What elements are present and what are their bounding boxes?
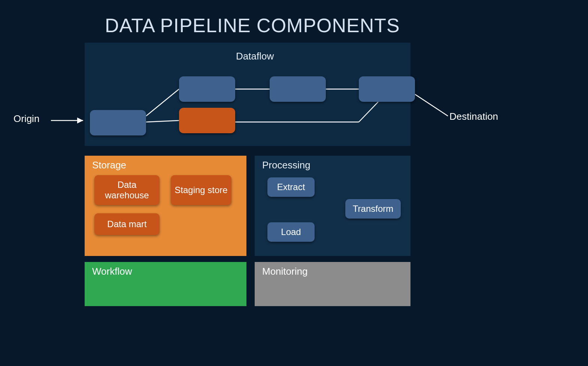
dataflow-node-n1 [90, 110, 146, 135]
processing-item-extract: Extract [267, 177, 315, 197]
processing-item-load: Load [267, 222, 315, 242]
monitoring-label: Monitoring [262, 266, 307, 277]
diagram-title: DATA PIPELINE COMPONENTS [105, 14, 400, 37]
workflow-label: Workflow [92, 266, 132, 277]
origin-label: Origin [13, 113, 39, 125]
storage-item-data-mart: Data mart [94, 213, 160, 235]
arrowhead-icon [77, 118, 83, 123]
storage-item-data-warehouse: Data warehouse [94, 175, 160, 205]
dataflow-node-n4 [270, 76, 326, 102]
processing-item-transform: Transform [345, 199, 401, 219]
dataflow-node-n2 [179, 76, 235, 102]
edge-n5-destination [415, 94, 448, 116]
dataflow-label: Dataflow [236, 51, 274, 62]
dataflow-node-n3 [179, 108, 235, 133]
destination-label: Destination [449, 111, 498, 122]
diagram-canvas: DATA PIPELINE COMPONENTS Dataflow Origin… [0, 0, 588, 366]
storage-item-staging-store: Staging store [171, 175, 231, 205]
dataflow-node-n5 [359, 76, 415, 102]
storage-label: Storage [92, 159, 126, 171]
processing-label: Processing [262, 159, 310, 171]
